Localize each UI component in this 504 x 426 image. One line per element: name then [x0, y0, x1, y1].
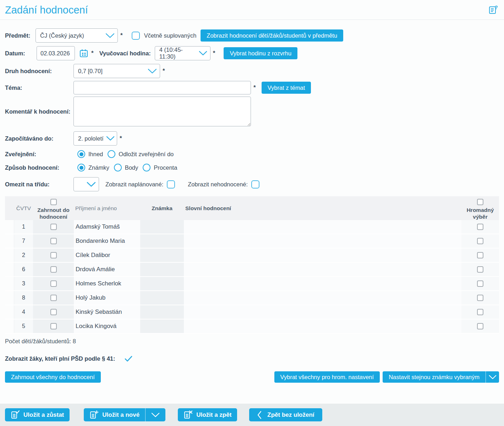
save-new-icon [89, 410, 99, 420]
slovni-cell[interactable] [184, 320, 461, 333]
zobrazit-naplanovane-label: Zobrazit naplánované: [105, 181, 163, 188]
slovni-cell[interactable] [184, 305, 461, 319]
psd-row: Zobrazit žáky, kteří plní PŠD podle § 41… [5, 355, 499, 362]
komentar-textarea[interactable] [73, 97, 251, 126]
tema-input[interactable] [73, 81, 251, 94]
ulozit-a-nove-dropdown[interactable] [145, 408, 165, 421]
vcetne-suplovanych-checkbox[interactable] [132, 32, 140, 40]
zahrnout-checkbox[interactable] [50, 295, 57, 301]
vyucovaci-hodina-value: 4 (10:45-11:30) [159, 47, 197, 60]
nastavit-znamku-dropdown[interactable] [486, 371, 499, 383]
datum-label: Datum: [5, 50, 37, 57]
znamka-cell[interactable] [140, 263, 184, 276]
zverejneni-odlozit-label: Odložit zveřejnění do [119, 151, 174, 158]
chevron-down-icon [199, 51, 207, 56]
zpusob-procenta-radio[interactable] [143, 164, 150, 171]
vybrat-vsechny-button[interactable]: Vybrat všechny pro hrom. nastavení [274, 371, 380, 383]
bottom-action-bar: Uložit a zůstat Uložit a nové [0, 404, 504, 426]
slovni-cell[interactable] [184, 248, 461, 262]
znamka-cell[interactable] [140, 234, 184, 248]
zpusob-znamky-radio[interactable] [77, 164, 85, 171]
znamka-cell[interactable] [140, 320, 184, 333]
cvtv-cell: 5 [14, 320, 33, 333]
zahrnout-all-checkbox[interactable] [50, 199, 57, 205]
zahrnout-checkbox[interactable] [50, 309, 57, 315]
zahrnout-checkbox[interactable] [50, 266, 57, 273]
slovni-cell[interactable] [184, 263, 461, 276]
zpet-bez-ulozeni-button[interactable]: Zpět bez uložení [249, 408, 322, 421]
zahrnout-checkbox[interactable] [50, 238, 57, 244]
omezit-select[interactable] [73, 177, 99, 191]
column-header-zahrnout: Zahrnout do hodnocení [35, 207, 72, 220]
zpusob-body-radio[interactable] [114, 164, 122, 171]
vybrat-z-temat-button[interactable]: Vybrat z témat [262, 82, 311, 94]
zverejneni-ihned-radio[interactable] [77, 150, 85, 158]
student-name: Adamský Tomáš [74, 220, 140, 234]
datum-input[interactable] [37, 46, 75, 60]
page-title: Zadání hodnocení [5, 4, 88, 16]
zahrnout-vsechny-button[interactable]: Zahrnout všechny do hodnocení [5, 371, 101, 383]
zapocitavano-select[interactable]: 2. pololetí [73, 131, 117, 146]
required-marker: * [91, 50, 94, 57]
save-stay-icon [11, 410, 20, 420]
slovni-cell[interactable] [184, 291, 461, 305]
ulozit-a-zpet-button[interactable]: Uložit a zpět [178, 408, 237, 421]
check-icon[interactable] [125, 356, 132, 362]
zahrnout-checkbox[interactable] [50, 252, 57, 258]
druh-hodnoceni-label: Druh hodnocení: [5, 68, 73, 75]
znamka-cell[interactable] [140, 220, 184, 234]
slovni-cell[interactable] [184, 220, 461, 234]
calendar-icon[interactable] [79, 48, 89, 58]
zverejneni-odlozit-radio[interactable] [108, 150, 115, 158]
hromadny-checkbox[interactable] [477, 280, 483, 287]
zpusob-procenta-label: Procenta [154, 164, 177, 171]
table-header: ČVTV Zahrnout do hodnocení Příjmení a jm… [5, 196, 499, 220]
student-name: Kinský Sebastián [74, 305, 140, 319]
zahrnout-checkbox[interactable] [50, 224, 57, 230]
znamka-cell[interactable] [140, 291, 184, 305]
hromadny-all-checkbox[interactable] [477, 199, 483, 205]
table-row: 4 Kinský Sebastián [5, 305, 499, 320]
vybrat-hodinu-button[interactable]: Vybrat hodinu z rozvrhu [224, 47, 297, 59]
hromadny-checkbox[interactable] [477, 224, 483, 230]
ulozit-a-zustat-button[interactable]: Uložit a zůstat [5, 408, 70, 421]
znamka-cell[interactable] [140, 305, 184, 319]
znamka-cell[interactable] [140, 277, 184, 290]
grading-form: Předmět: ČJ (Český jazyk) * Včetně suplo… [0, 20, 504, 191]
zobrazit-naplanovane-checkbox[interactable] [167, 180, 175, 189]
hromadny-checkbox[interactable] [477, 323, 483, 329]
hromadny-checkbox[interactable] [477, 238, 483, 244]
help-icon[interactable]: ? [488, 5, 498, 15]
zapocitavano-label: Započítáváno do: [5, 135, 73, 142]
znamka-cell[interactable] [140, 248, 184, 262]
slovni-cell[interactable] [184, 277, 461, 290]
cvtv-cell: 7 [14, 234, 33, 248]
omezit-label: Omezit na třídu: [5, 181, 73, 188]
hromadny-checkbox[interactable] [477, 252, 483, 258]
predmet-select[interactable]: ČJ (Český jazyk) [35, 28, 118, 43]
nastavit-znamku-button[interactable]: Nastavit stejnou známku vybraným [383, 371, 486, 383]
chevron-down-icon [148, 69, 157, 74]
hromadny-checkbox[interactable] [477, 295, 483, 301]
vyucovaci-hodina-select[interactable]: 4 (10:45-11:30) [155, 46, 210, 60]
student-name: Cílek Dalibor [74, 248, 140, 262]
zpusob-znamky-label: Známky [88, 164, 109, 171]
required-marker: * [120, 32, 123, 39]
zpusob-label: Způsob hodnocení: [5, 164, 73, 171]
chevron-down-icon [105, 33, 115, 38]
ulozit-a-nove-button[interactable]: Uložit a nové [84, 408, 145, 421]
page-header: Zadání hodnocení ? [0, 0, 504, 20]
zobrazit-nehodnocene-checkbox[interactable] [251, 180, 259, 189]
table-row: 7 Bondarenko Maria [5, 234, 499, 248]
zahrnout-checkbox[interactable] [50, 323, 57, 329]
required-marker: * [253, 84, 256, 91]
slovni-cell[interactable] [184, 234, 461, 248]
zahrnout-checkbox[interactable] [50, 280, 57, 287]
students-count-value: 8 [73, 338, 76, 344]
hromadny-checkbox[interactable] [477, 266, 483, 273]
cvtv-cell: 6 [14, 263, 33, 276]
druh-hodnoceni-select[interactable]: 0,7 [0.70] [73, 64, 160, 78]
zobrazit-hodnoceni-button[interactable]: Zobrazit hodnocení dětí/žáků/studentů v … [201, 29, 343, 42]
required-marker: * [163, 67, 165, 75]
hromadny-checkbox[interactable] [477, 309, 483, 315]
